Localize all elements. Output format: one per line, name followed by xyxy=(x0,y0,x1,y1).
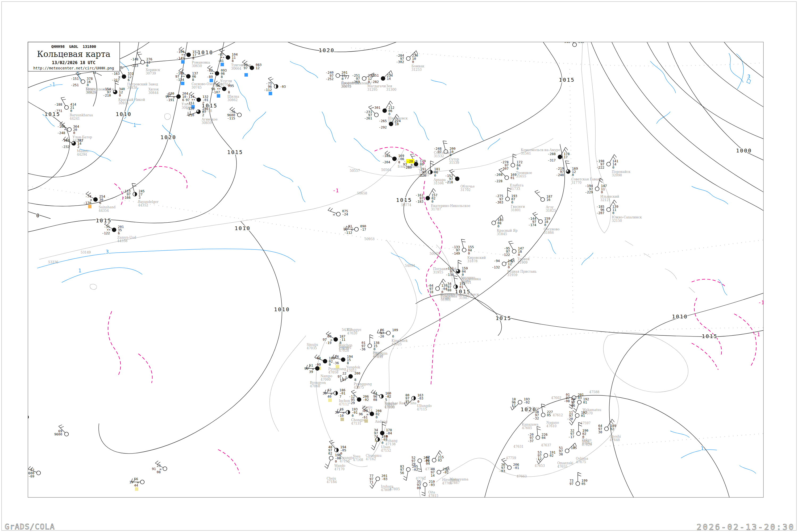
temperature-value: -188 xyxy=(61,138,70,142)
station-name: Kimchaek xyxy=(392,339,408,343)
station-circle xyxy=(323,359,327,363)
river-line xyxy=(729,53,743,82)
station-circle xyxy=(505,176,509,180)
cloud-code-value: 0 xyxy=(432,200,434,204)
station-id: 31878 xyxy=(467,259,477,263)
station-name: Улеты xyxy=(182,102,192,106)
river-line xyxy=(740,466,756,474)
station-circle xyxy=(187,53,191,57)
station-circle xyxy=(595,187,599,191)
station-name: Троицкое xyxy=(516,171,532,175)
front-line xyxy=(108,311,120,375)
place-name: Хилок xyxy=(148,88,159,91)
station-circle xyxy=(222,87,226,91)
place-id: 50564 xyxy=(381,168,392,172)
tendency-value: 12 xyxy=(255,66,260,70)
cloud-code-value: 0 xyxy=(544,223,546,227)
isobar-line xyxy=(99,221,282,454)
station-name: Поронайск xyxy=(612,170,630,174)
cloud-code-value: 8 xyxy=(232,59,234,63)
coastline xyxy=(603,332,688,392)
temperature-value: -67 xyxy=(217,52,224,56)
dewpoint-value: -132 xyxy=(492,265,500,269)
station-name: Рудная Пристань xyxy=(507,270,537,273)
station-circle xyxy=(558,155,562,159)
visibility-value: 30 xyxy=(18,415,22,419)
dewpoint-value: -112 xyxy=(344,231,352,234)
dewpoint-value: -292 xyxy=(379,125,387,129)
cloud-code-value: 0 xyxy=(335,459,337,463)
dewpoint-value: -20 xyxy=(378,334,384,338)
precip-marker-square xyxy=(269,92,272,95)
wind-barb xyxy=(461,239,466,248)
station-plot: -148-223276120Хоринск30739 xyxy=(130,52,160,75)
temperature-value: -94 xyxy=(494,259,500,263)
dewpoint-value: -302 xyxy=(396,60,404,64)
dewpoint-value: -166 xyxy=(122,195,131,200)
station-plot: -15297-218Облучье31702 xyxy=(445,169,475,192)
place-id: 47663 xyxy=(517,475,527,478)
visibility-value: 30 xyxy=(323,391,327,395)
place-name: Анучино xyxy=(460,276,475,280)
cloud-code-value: 0 xyxy=(87,83,89,87)
isobar-label: 1020 xyxy=(520,406,536,413)
place-id: 47662 xyxy=(582,441,592,445)
cloud-code-value: 0 xyxy=(412,60,414,64)
isobar-label: 1015 xyxy=(559,77,575,83)
river-line xyxy=(431,80,446,85)
station-plot: -19897-222141140Поронайск32098 xyxy=(596,155,631,177)
precip-marker-square xyxy=(88,205,92,208)
place-id: 50854 xyxy=(343,227,354,230)
dewpoint-value: -36 xyxy=(359,347,365,351)
station-circle xyxy=(177,95,180,99)
place-label: Yosu47168 xyxy=(353,455,363,462)
dewpoint-value: -170 xyxy=(83,201,91,205)
dewpoint-value: -228 xyxy=(494,179,502,183)
temperature-value: -208 xyxy=(494,173,502,177)
river-line xyxy=(243,112,266,139)
wind-barb xyxy=(565,161,570,169)
front-line xyxy=(734,314,756,367)
station-circle xyxy=(539,220,543,224)
isallobar-label: 1 xyxy=(133,122,136,128)
place-id: 31915 xyxy=(433,270,443,274)
station-circle xyxy=(436,287,440,291)
station-id: 47156 xyxy=(340,459,350,463)
place-label: Кяхта30925 xyxy=(86,87,96,94)
isallobar-label: 1 xyxy=(78,268,81,273)
temperature-value: 65 xyxy=(18,412,22,416)
cloud-code-value: 0 xyxy=(381,441,384,445)
river-line xyxy=(468,112,483,140)
coastline xyxy=(644,253,651,258)
coastline xyxy=(689,287,695,292)
cloud-code-value: 0 xyxy=(601,190,603,194)
station-name: Сутур xyxy=(449,157,459,161)
station-circle xyxy=(250,66,254,70)
highlighted-value-layer: -209 xyxy=(406,159,418,163)
station-id: 31295 xyxy=(367,88,377,92)
cloud-code-value: 0 xyxy=(434,173,436,177)
cloud-code-value: 0 xyxy=(392,334,394,338)
station-circle xyxy=(577,432,581,436)
station-id: 47637 xyxy=(541,443,551,447)
station-circle xyxy=(122,75,126,79)
visibility-value: 9600 xyxy=(54,432,62,436)
place-id: 31532 xyxy=(434,154,444,158)
station-name: Красный Чикой xyxy=(118,98,145,101)
weather-map-canvas: -109**-145152178Романовка30650-10397**-1… xyxy=(0,0,798,532)
station-id: 47815 xyxy=(428,494,438,498)
place-label: 47653 xyxy=(535,464,545,468)
station-id: 47025 xyxy=(392,342,402,346)
cloud-code-value: 3 xyxy=(138,195,141,200)
station-name: Baruunkharaa xyxy=(70,113,93,117)
place-label: 53149 xyxy=(81,251,91,254)
place-id: 47602 xyxy=(551,396,561,400)
front-line xyxy=(694,298,722,357)
station-circle xyxy=(65,106,69,110)
wind-barb xyxy=(16,411,25,416)
station-id: 31801 xyxy=(511,208,521,212)
station-plot: -94-132142120Рудная Пристань31959 xyxy=(492,258,537,277)
place-id: 31960 xyxy=(440,297,450,300)
tendency-value: 04 xyxy=(542,436,546,440)
graticule-line xyxy=(570,69,573,314)
